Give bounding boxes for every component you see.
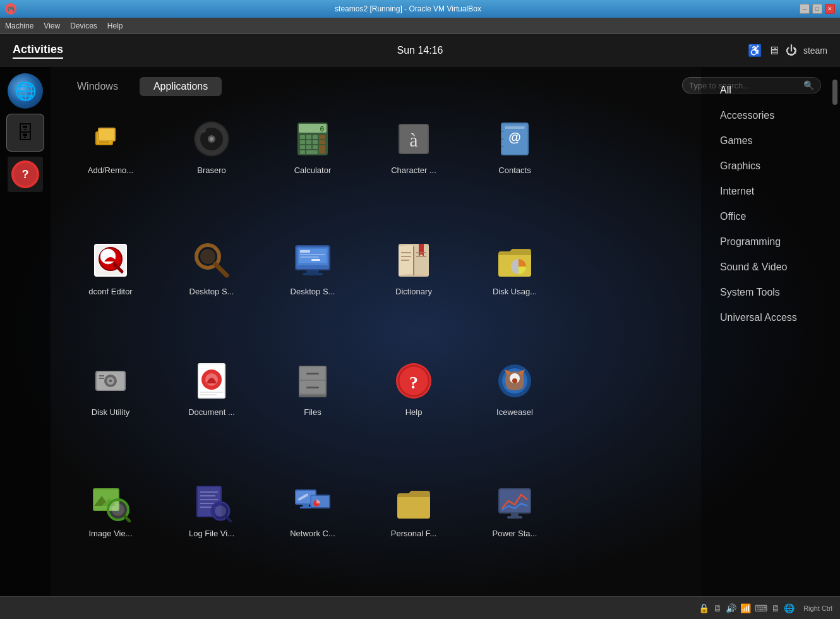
app-label-calculator: Calculator (294, 165, 332, 175)
close-button[interactable]: ✕ (825, 4, 835, 14)
app-image-viewer[interactable]: Image Vie... (63, 472, 158, 587)
svg-point-9 (210, 137, 213, 141)
app-log-viewer[interactable]: Log File Vi... (164, 472, 259, 587)
taskbar-icon-1[interactable]: 🔒 (699, 603, 709, 613)
app-brasero[interactable]: Brasero (164, 109, 259, 224)
svg-rect-25 (319, 145, 325, 153)
app-network-config[interactable]: Network C... (265, 472, 360, 587)
app-document-viewer[interactable]: Document ... (164, 351, 259, 466)
app-icon-brasero (189, 116, 234, 162)
dock-item-help[interactable]: ? (6, 155, 44, 193)
app-disk-usage[interactable]: Disk Usag... (467, 230, 562, 345)
power-icon[interactable]: ⏻ (786, 44, 797, 57)
svg-rect-53 (311, 259, 320, 261)
svg-rect-23 (306, 145, 311, 149)
accessibility-icon[interactable]: ♿ (748, 44, 762, 57)
search-input[interactable] (689, 81, 701, 90)
tab-applications[interactable]: Applications (140, 77, 222, 96)
app-icon-desktop-settings (290, 237, 335, 283)
svg-rect-118 (507, 516, 522, 519)
menu-machine[interactable]: Machine (5, 21, 33, 30)
app-power-stats[interactable]: Power Sta... (467, 472, 562, 587)
app-files[interactable]: Files (265, 351, 360, 466)
svg-rect-82 (299, 395, 327, 397)
app-character-map[interactable]: à Character ... (366, 109, 461, 224)
app-label-dictionary: Dictionary (395, 287, 432, 296)
category-system-tools[interactable]: System Tools (714, 282, 827, 303)
app-icon-image-viewer (88, 479, 133, 525)
taskbar-icon-7[interactable]: 🌐 (784, 603, 795, 613)
app-icon-dictionary (391, 237, 436, 283)
app-icon-log-viewer (189, 479, 234, 525)
app-label-desktop-settings: Desktop S... (291, 287, 335, 296)
app-icon-files (290, 358, 335, 404)
activities-button[interactable]: Activities (13, 43, 63, 59)
app-label-add-remove: Add/Remo... (88, 165, 133, 175)
svg-text:0: 0 (320, 125, 324, 133)
dock-item-files[interactable]: 🗄 (6, 114, 44, 152)
app-calculator[interactable]: 0 (265, 109, 360, 224)
svg-rect-19 (306, 140, 311, 144)
category-universal-access[interactable]: Universal Access (714, 307, 827, 328)
app-desktop-search[interactable]: Desktop S... (164, 230, 259, 345)
app-contacts[interactable]: @ Contacts (467, 109, 562, 224)
taskbar-icon-4[interactable]: 📶 (740, 603, 751, 613)
svg-rect-80 (306, 373, 319, 375)
category-all[interactable]: All (714, 80, 827, 101)
window-titlebar: 🎮 steamos2 [Running] - Oracle VM Virtual… (0, 0, 840, 18)
gnome-topbar: Activities Sun 14:16 ♿ 🖥 ⏻ steam (0, 34, 840, 67)
svg-point-105 (215, 505, 226, 517)
network-icon[interactable]: 🖥 (768, 44, 779, 57)
category-graphics[interactable]: Graphics (714, 155, 827, 177)
app-icon-power-stats (492, 479, 537, 525)
svg-rect-54 (306, 270, 319, 273)
taskbar-icon-3[interactable]: 🔊 (726, 603, 736, 613)
app-add-remove[interactable]: Add/Remo... (63, 109, 158, 224)
app-personal-files[interactable]: Personal F... (366, 472, 461, 587)
menu-view[interactable]: View (44, 21, 60, 30)
taskbar-icon-2[interactable]: 🖥 (713, 603, 722, 613)
svg-rect-55 (303, 273, 323, 275)
app-icon-document-viewer (189, 358, 234, 404)
svg-rect-110 (300, 507, 311, 508)
search-wrap: 🔍 (682, 77, 701, 93)
category-accessories[interactable]: Accessories (714, 105, 827, 126)
taskbar-icon-5[interactable]: ⌨ (755, 603, 767, 613)
menu-help[interactable]: Help (107, 21, 123, 30)
svg-rect-51 (300, 254, 325, 255)
minimize-button[interactable]: ─ (800, 4, 810, 14)
app-icon-help: ? (391, 358, 436, 404)
user-menu[interactable]: steam (803, 45, 827, 56)
category-games[interactable]: Games (714, 130, 827, 152)
svg-point-89 (512, 378, 517, 383)
svg-text:?: ? (409, 373, 418, 392)
category-office[interactable]: Office (714, 206, 827, 227)
taskbar-icon-6[interactable]: 🖥 (771, 603, 780, 613)
menu-devices[interactable]: Devices (70, 21, 97, 30)
window-controls: ─ □ ✕ (800, 4, 835, 14)
tab-windows[interactable]: Windows (63, 77, 132, 96)
app-label-log-viewer: Log File Vi... (189, 529, 234, 538)
category-sound-video[interactable]: Sound & Video (714, 256, 827, 278)
category-programming[interactable]: Programming (714, 231, 827, 253)
app-label-disk-utility: Disk Utility (92, 407, 130, 417)
app-label-iceweasel: Iceweasel (496, 407, 533, 417)
app-label-contacts: Contacts (498, 165, 531, 175)
apps-grid: Add/Remo... Brasero (63, 109, 688, 586)
app-disk-utility[interactable]: Disk Utility (63, 351, 158, 466)
dock-item-iceweasel[interactable]: 🌐 (6, 72, 44, 110)
svg-text:@: @ (508, 130, 521, 144)
app-dconf[interactable]: dconf Editor (63, 230, 158, 345)
svg-rect-81 (306, 387, 319, 388)
svg-line-96 (125, 517, 129, 521)
svg-rect-52 (300, 256, 319, 258)
app-help[interactable]: ? Help (366, 351, 461, 466)
app-iceweasel[interactable]: Iceweasel (467, 351, 562, 466)
maximize-button[interactable]: □ (812, 4, 822, 14)
app-dictionary[interactable]: Dictionary (366, 230, 461, 345)
scrollbar-thumb[interactable] (832, 80, 837, 105)
app-icon-contacts: @ (492, 116, 537, 162)
app-desktop-settings[interactable]: Desktop S... (265, 230, 360, 345)
svg-point-68 (109, 380, 112, 382)
category-internet[interactable]: Internet (714, 181, 827, 202)
